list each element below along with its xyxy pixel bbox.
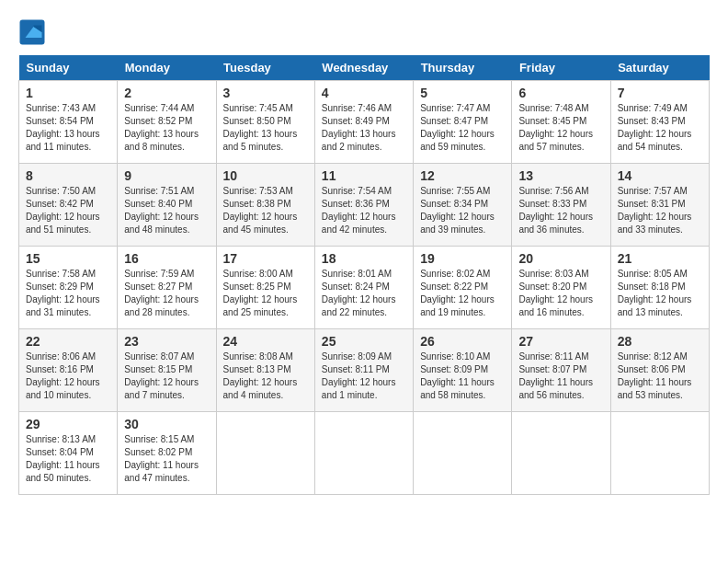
- day-number: 15: [26, 251, 110, 266]
- calendar-day-cell: 21Sunrise: 8:05 AMSunset: 8:18 PMDayligh…: [610, 247, 709, 329]
- col-header-friday: Friday: [512, 55, 610, 81]
- calendar-day-cell: 9Sunrise: 7:51 AMSunset: 8:40 PMDaylight…: [118, 164, 216, 247]
- day-number: 28: [618, 334, 702, 349]
- day-info: Sunrise: 7:49 AMSunset: 8:43 PMDaylight:…: [618, 102, 702, 154]
- day-info: Sunrise: 8:12 AMSunset: 8:06 PMDaylight:…: [618, 350, 702, 402]
- day-info: Sunrise: 8:13 AMSunset: 8:04 PMDaylight:…: [26, 433, 110, 485]
- empty-cell: [414, 412, 512, 495]
- day-number: 14: [618, 168, 702, 183]
- day-number: 7: [618, 86, 702, 100]
- day-number: 16: [124, 251, 209, 266]
- day-number: 22: [26, 334, 110, 349]
- day-number: 3: [223, 86, 308, 100]
- day-info: Sunrise: 7:55 AMSunset: 8:34 PMDaylight:…: [420, 185, 505, 236]
- day-number: 10: [223, 168, 308, 183]
- day-info: Sunrise: 8:07 AMSunset: 8:15 PMDaylight:…: [124, 350, 209, 402]
- day-info: Sunrise: 8:01 AMSunset: 8:24 PMDaylight:…: [322, 268, 406, 319]
- logo-icon: [18, 18, 46, 46]
- day-number: 24: [223, 334, 308, 349]
- day-info: Sunrise: 8:10 AMSunset: 8:09 PMDaylight:…: [420, 350, 505, 402]
- day-info: Sunrise: 7:56 AMSunset: 8:33 PMDaylight:…: [518, 185, 603, 236]
- day-info: Sunrise: 8:00 AMSunset: 8:25 PMDaylight:…: [223, 268, 308, 319]
- calendar-week-row: 22Sunrise: 8:06 AMSunset: 8:16 PMDayligh…: [19, 329, 710, 412]
- day-info: Sunrise: 7:58 AMSunset: 8:29 PMDaylight:…: [26, 268, 110, 319]
- calendar-day-cell: 3Sunrise: 7:45 AMSunset: 8:50 PMDaylight…: [216, 81, 314, 164]
- day-info: Sunrise: 8:15 AMSunset: 8:02 PMDaylight:…: [124, 433, 209, 485]
- calendar-day-cell: 10Sunrise: 7:53 AMSunset: 8:38 PMDayligh…: [216, 164, 314, 247]
- day-number: 19: [420, 251, 505, 266]
- calendar-day-cell: 22Sunrise: 8:06 AMSunset: 8:16 PMDayligh…: [19, 329, 118, 412]
- day-info: Sunrise: 7:50 AMSunset: 8:42 PMDaylight:…: [26, 185, 110, 236]
- day-number: 12: [420, 168, 505, 183]
- day-number: 29: [26, 417, 110, 431]
- calendar-day-cell: 1Sunrise: 7:43 AMSunset: 8:54 PMDaylight…: [19, 81, 118, 164]
- calendar-table: SundayMondayTuesdayWednesdayThursdayFrid…: [18, 55, 710, 495]
- logo: [18, 18, 50, 46]
- day-info: Sunrise: 7:57 AMSunset: 8:31 PMDaylight:…: [618, 185, 702, 236]
- calendar-day-cell: 18Sunrise: 8:01 AMSunset: 8:24 PMDayligh…: [314, 247, 413, 329]
- day-info: Sunrise: 7:45 AMSunset: 8:50 PMDaylight:…: [223, 102, 308, 154]
- calendar-day-cell: 5Sunrise: 7:47 AMSunset: 8:47 PMDaylight…: [414, 81, 512, 164]
- calendar-day-cell: 23Sunrise: 8:07 AMSunset: 8:15 PMDayligh…: [118, 329, 216, 412]
- calendar-day-cell: 14Sunrise: 7:57 AMSunset: 8:31 PMDayligh…: [610, 164, 709, 247]
- calendar-day-cell: 29Sunrise: 8:13 AMSunset: 8:04 PMDayligh…: [19, 412, 118, 495]
- day-number: 30: [124, 417, 209, 431]
- day-number: 25: [322, 334, 406, 349]
- calendar-day-cell: 28Sunrise: 8:12 AMSunset: 8:06 PMDayligh…: [610, 329, 709, 412]
- calendar-week-row: 1Sunrise: 7:43 AMSunset: 8:54 PMDaylight…: [19, 81, 710, 164]
- calendar-week-row: 15Sunrise: 7:58 AMSunset: 8:29 PMDayligh…: [19, 247, 710, 329]
- empty-cell: [610, 412, 709, 495]
- calendar-day-cell: 11Sunrise: 7:54 AMSunset: 8:36 PMDayligh…: [314, 164, 413, 247]
- empty-cell: [216, 412, 314, 495]
- day-info: Sunrise: 8:09 AMSunset: 8:11 PMDaylight:…: [322, 350, 406, 402]
- day-number: 2: [124, 86, 209, 100]
- day-number: 26: [420, 334, 505, 349]
- day-info: Sunrise: 7:59 AMSunset: 8:27 PMDaylight:…: [124, 268, 209, 319]
- empty-cell: [512, 412, 610, 495]
- day-info: Sunrise: 8:11 AMSunset: 8:07 PMDaylight:…: [518, 350, 603, 402]
- day-number: 11: [322, 168, 406, 183]
- calendar-day-cell: 4Sunrise: 7:46 AMSunset: 8:49 PMDaylight…: [314, 81, 413, 164]
- day-number: 4: [322, 86, 406, 100]
- day-info: Sunrise: 8:06 AMSunset: 8:16 PMDaylight:…: [26, 350, 110, 402]
- col-header-sunday: Sunday: [19, 55, 118, 81]
- day-number: 6: [518, 86, 603, 100]
- day-number: 23: [124, 334, 209, 349]
- col-header-monday: Monday: [118, 55, 216, 81]
- day-number: 5: [420, 86, 505, 100]
- col-header-tuesday: Tuesday: [216, 55, 314, 81]
- calendar-day-cell: 16Sunrise: 7:59 AMSunset: 8:27 PMDayligh…: [118, 247, 216, 329]
- day-info: Sunrise: 7:44 AMSunset: 8:52 PMDaylight:…: [124, 102, 209, 154]
- day-info: Sunrise: 8:08 AMSunset: 8:13 PMDaylight:…: [223, 350, 308, 402]
- page-header: [18, 18, 710, 46]
- calendar-day-cell: 26Sunrise: 8:10 AMSunset: 8:09 PMDayligh…: [414, 329, 512, 412]
- day-info: Sunrise: 8:05 AMSunset: 8:18 PMDaylight:…: [618, 268, 702, 319]
- empty-cell: [314, 412, 413, 495]
- calendar-day-cell: 2Sunrise: 7:44 AMSunset: 8:52 PMDaylight…: [118, 81, 216, 164]
- calendar-day-cell: 8Sunrise: 7:50 AMSunset: 8:42 PMDaylight…: [19, 164, 118, 247]
- calendar-day-cell: 24Sunrise: 8:08 AMSunset: 8:13 PMDayligh…: [216, 329, 314, 412]
- day-info: Sunrise: 7:48 AMSunset: 8:45 PMDaylight:…: [518, 102, 603, 154]
- day-info: Sunrise: 7:43 AMSunset: 8:54 PMDaylight:…: [26, 102, 110, 154]
- col-header-thursday: Thursday: [414, 55, 512, 81]
- day-info: Sunrise: 7:51 AMSunset: 8:40 PMDaylight:…: [124, 185, 209, 236]
- calendar-day-cell: 6Sunrise: 7:48 AMSunset: 8:45 PMDaylight…: [512, 81, 610, 164]
- calendar-day-cell: 20Sunrise: 8:03 AMSunset: 8:20 PMDayligh…: [512, 247, 610, 329]
- calendar-day-cell: 15Sunrise: 7:58 AMSunset: 8:29 PMDayligh…: [19, 247, 118, 329]
- day-number: 17: [223, 251, 308, 266]
- day-number: 21: [618, 251, 702, 266]
- calendar-day-cell: 27Sunrise: 8:11 AMSunset: 8:07 PMDayligh…: [512, 329, 610, 412]
- col-header-wednesday: Wednesday: [314, 55, 413, 81]
- day-number: 9: [124, 168, 209, 183]
- calendar-week-row: 8Sunrise: 7:50 AMSunset: 8:42 PMDaylight…: [19, 164, 710, 247]
- calendar-day-cell: 7Sunrise: 7:49 AMSunset: 8:43 PMDaylight…: [610, 81, 709, 164]
- calendar-day-cell: 17Sunrise: 8:00 AMSunset: 8:25 PMDayligh…: [216, 247, 314, 329]
- calendar-day-cell: 13Sunrise: 7:56 AMSunset: 8:33 PMDayligh…: [512, 164, 610, 247]
- day-info: Sunrise: 8:02 AMSunset: 8:22 PMDaylight:…: [420, 268, 505, 319]
- calendar-day-cell: 19Sunrise: 8:02 AMSunset: 8:22 PMDayligh…: [414, 247, 512, 329]
- day-info: Sunrise: 7:46 AMSunset: 8:49 PMDaylight:…: [322, 102, 406, 154]
- day-info: Sunrise: 7:47 AMSunset: 8:47 PMDaylight:…: [420, 102, 505, 154]
- day-number: 8: [26, 168, 110, 183]
- calendar-day-cell: 30Sunrise: 8:15 AMSunset: 8:02 PMDayligh…: [118, 412, 216, 495]
- day-number: 20: [518, 251, 603, 266]
